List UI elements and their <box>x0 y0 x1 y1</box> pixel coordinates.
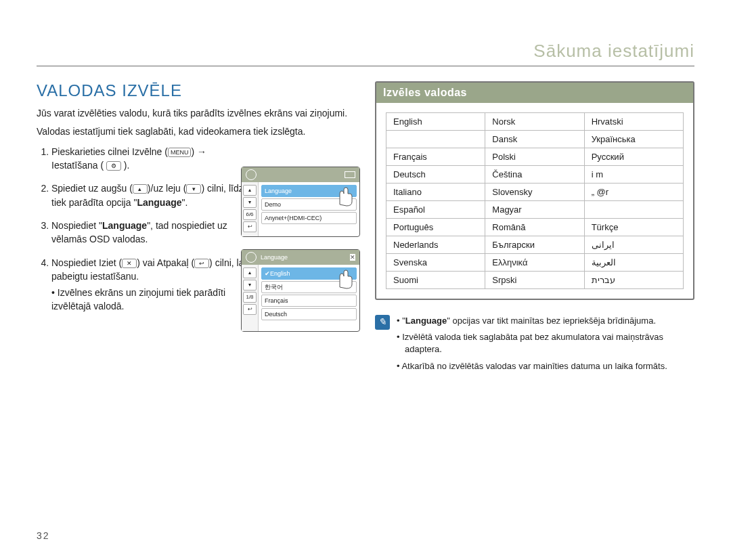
language-cell: Nederlands <box>386 236 485 254</box>
back-button[interactable]: ↩ <box>243 304 257 315</box>
language-options-box: Izvēles valodas EnglishNorskHrvatskiDans… <box>375 81 694 300</box>
language-cell: Română <box>485 219 584 236</box>
table-row: EnglishNorskHrvatski <box>386 113 684 131</box>
table-row: NederlandsБългарскиایرانی <box>386 236 684 254</box>
language-cell: Deutsch <box>386 166 485 184</box>
step-4: Nospiediet Iziet (✕) vai Atpakaļ (↩) cil… <box>51 256 254 314</box>
gear-icon <box>246 169 257 180</box>
table-row: DeutschČeštinai m <box>386 166 684 184</box>
steps-list: Pieskarieties cilnei Izvēlne (MENU) → Ie… <box>37 145 254 314</box>
section-title: VALODAS IZVĒLE <box>37 81 355 100</box>
table-row: FrançaisPolskiРусский <box>386 148 684 166</box>
note-1: "Language" opcijas var tikt mainītas bez… <box>397 315 694 327</box>
note-3: Atkarībā no izvēlētās valodas var mainīt… <box>397 360 694 372</box>
table-row: EspañolMagyar <box>386 201 684 219</box>
pointer-hand-icon <box>333 267 357 291</box>
up-button[interactable]: ▴ <box>243 185 257 196</box>
language-cell: ایرانی <box>584 236 683 254</box>
language-cell: العربية <box>584 254 683 272</box>
language-cell <box>584 201 683 219</box>
language-cell: Slovensky <box>485 184 584 201</box>
page-counter: 1/8 <box>243 292 257 303</box>
step-3: Nospiediet "Language", tad nospiediet uz… <box>51 219 254 246</box>
down-button[interactable]: ▾ <box>243 280 257 290</box>
gear-icon: ⚙ <box>106 161 121 171</box>
table-row: SuomiSrpskiעברית <box>386 272 684 289</box>
language-table: EnglishNorskHrvatskiDanskУкраїнськаFranç… <box>386 112 684 289</box>
language-cell: Português <box>386 219 485 236</box>
gear-icon <box>246 252 257 263</box>
language-box-header: Izvēles valodas <box>376 83 693 103</box>
back-icon: ↩ <box>194 259 209 268</box>
intro-paragraph-1: Jūs varat izvēlēties valodu, kurā tiks p… <box>37 107 355 120</box>
step-1: Pieskarieties cilnei Izvēlne (MENU) → Ie… <box>51 145 254 173</box>
note-icon: ✎ <box>375 315 390 330</box>
list-item[interactable]: Anynet+(HDMI-CEC) <box>261 212 357 224</box>
language-cell: עברית <box>584 272 683 289</box>
shot2-title: Language <box>261 254 288 261</box>
back-button[interactable]: ↩ <box>243 221 257 232</box>
page-counter: 6/6 <box>243 209 257 220</box>
up-icon: ▴ <box>133 184 148 194</box>
language-cell: Español <box>386 201 485 219</box>
list-item[interactable]: Deutsch <box>261 308 357 320</box>
language-cell: Ελληνικά <box>485 254 584 272</box>
intro-paragraph-2: Valodas iestatījumi tiek saglabāti, kad … <box>37 125 355 138</box>
language-cell: Srpski <box>485 272 584 289</box>
language-cell: Italiano <box>386 184 485 201</box>
close-button[interactable]: ✕ <box>350 254 355 261</box>
language-cell: „ @r <box>584 184 683 201</box>
table-row: DanskУкраїнська <box>386 131 684 148</box>
language-cell: Norsk <box>485 113 584 131</box>
pointer-hand-icon <box>333 184 357 209</box>
notes-list: "Language" opcijas var tikt mainītas bez… <box>397 315 694 376</box>
note-2: Izvēlētā valoda tiek saglabāta pat bez a… <box>397 331 694 356</box>
language-cell: Polski <box>485 148 584 166</box>
shot1-sidebar: ▴ ▾ 6/6 ↩ <box>242 182 259 236</box>
language-cell: Magyar <box>485 201 584 219</box>
menu-chip: MENU <box>168 148 192 157</box>
close-icon: ✕ <box>122 259 137 268</box>
language-cell: Hrvatski <box>584 113 683 131</box>
language-cell: Français <box>386 148 485 166</box>
language-cell: Türkçe <box>584 219 683 236</box>
battery-icon <box>345 171 355 178</box>
shot2-sidebar: ▴ ▾ 1/8 ↩ <box>242 265 259 331</box>
table-row: ItalianoSlovensky„ @r <box>386 184 684 201</box>
right-column: Izvēles valodas EnglishNorskHrvatskiDans… <box>375 81 694 376</box>
page: Sākuma iestatījumi VALODAS IZVĒLE Jūs va… <box>0 0 731 560</box>
language-cell: i m <box>584 166 683 184</box>
down-icon: ▾ <box>186 184 201 194</box>
table-row: SvenskaΕλληνικάالعربية <box>386 254 684 272</box>
divider <box>37 66 694 66</box>
language-cell: Suomi <box>386 272 485 289</box>
list-item[interactable]: Français <box>261 295 357 307</box>
language-cell: Čeština <box>485 166 584 184</box>
step-4-note: Izvēlnes ekrāns un ziņojumi tiek parādīt… <box>51 286 254 314</box>
language-cell: Dansk <box>485 131 584 148</box>
content-columns: VALODAS IZVĒLE Jūs varat izvēlēties valo… <box>37 81 694 376</box>
notes-block: ✎ "Language" opcijas var tikt mainītas b… <box>375 315 694 376</box>
language-cell: Українська <box>584 131 683 148</box>
up-button[interactable]: ▴ <box>243 267 257 278</box>
language-cell: English <box>386 113 485 131</box>
step-2: Spiediet uz augšu (▴)/uz leju (▾) cilni,… <box>51 181 254 209</box>
table-row: PortuguêsRomânăTürkçe <box>386 219 684 236</box>
language-cell <box>386 131 485 148</box>
down-button[interactable]: ▾ <box>243 197 257 208</box>
language-cell: Български <box>485 236 584 254</box>
running-head: Sākuma iestatījumi <box>37 41 694 62</box>
page-number: 32 <box>37 530 50 541</box>
language-cell: Svenska <box>386 254 485 272</box>
language-cell: Русский <box>584 148 683 166</box>
